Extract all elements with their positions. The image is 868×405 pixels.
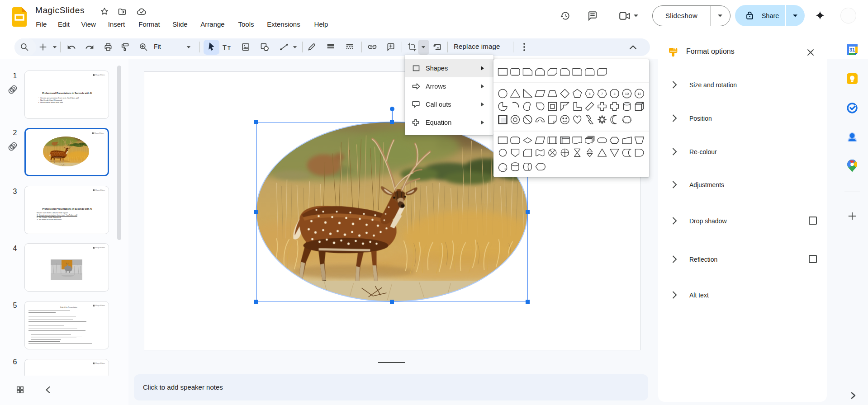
svg-text:8: 8 [613, 92, 615, 96]
svg-text:12: 12 [637, 92, 641, 96]
svg-text:7: 7 [601, 92, 603, 96]
svg-text:10: 10 [625, 92, 629, 96]
svg-text:6: 6 [589, 92, 591, 96]
svg-text:T: T [228, 45, 231, 51]
svg-text:T: T [223, 44, 227, 51]
svg-text:31: 31 [849, 47, 855, 52]
